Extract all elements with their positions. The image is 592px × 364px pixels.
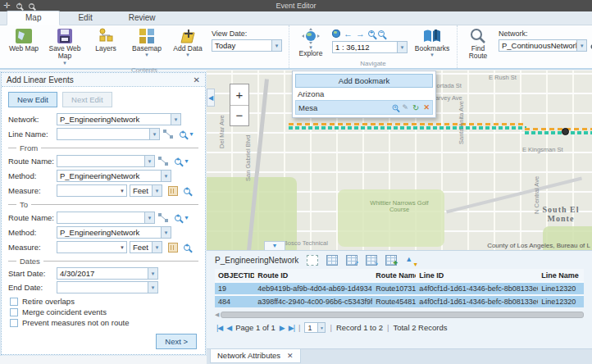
merge-coincident-checkbox[interactable] (10, 308, 18, 316)
zoom-to-selected-icon[interactable]: ↗ (346, 255, 357, 266)
map-zoom-in-button[interactable]: + (230, 84, 248, 106)
select-route-on-map-icon[interactable] (157, 212, 169, 223)
from-method-select[interactable]: P_EngineeringNetwork ▼ (57, 170, 171, 182)
last-page-icon[interactable]: ▶| (289, 324, 294, 332)
tab-review[interactable]: Review (111, 11, 174, 25)
start-date-select[interactable]: 4/30/2017 ▼ (57, 267, 158, 280)
bookmark-refresh-icon[interactable]: ↻ (412, 104, 419, 111)
view-date-select[interactable]: Today ▼ (212, 39, 282, 52)
chevron-down-icon: ▼ (397, 42, 407, 52)
new-edit-button[interactable]: New Edit (8, 92, 57, 107)
tab-network-attributes[interactable]: Network Attributes ✕ (210, 349, 301, 363)
network-field-label: Network: (8, 115, 54, 124)
close-icon[interactable]: ✕ (287, 352, 294, 360)
next-edit-button[interactable]: Next Edit (62, 92, 112, 107)
measure-on-map-icon[interactable] (168, 243, 178, 253)
related-records-icon[interactable]: ✚ (385, 255, 397, 266)
sort-icon[interactable]: ▲▼ (405, 255, 417, 266)
chevron-down-icon: ▼ (148, 268, 157, 279)
route-point-marker (562, 128, 569, 135)
column-header[interactable]: Route Name (372, 271, 416, 280)
tab-edit[interactable]: Edit (60, 11, 110, 25)
find-route-button[interactable]: Find Route (464, 28, 492, 61)
to-method-select[interactable]: P_EngineeringNetwork ▼ (57, 226, 171, 239)
chevron-down-icon[interactable]: ▼ (184, 216, 189, 221)
to-measure-input[interactable]: ▼ (57, 241, 127, 253)
measure-on-map-icon[interactable] (168, 186, 178, 196)
page-number-select[interactable]: 1 ▼ (304, 322, 326, 333)
prevent-measures-checkbox[interactable] (10, 319, 18, 327)
chevron-down-icon: ▼ (144, 52, 149, 57)
scrollbar-thumb[interactable] (221, 312, 584, 318)
to-route-name-select[interactable]: ▼ (57, 212, 155, 224)
close-icon[interactable]: ✕ (194, 75, 200, 84)
table-row[interactable]: 19 4eb9419b-af9b-4d04-ab69-1d4934768f2b … (215, 283, 584, 294)
group-label-navigate: Navigate (296, 59, 450, 68)
select-records-icon[interactable] (307, 255, 318, 266)
next-extent-icon[interactable]: → (356, 30, 365, 38)
zoom-out-tool-icon[interactable]: − (378, 30, 385, 37)
chevron-down-icon: ▼ (430, 52, 435, 57)
layers-button[interactable]: Layers (89, 28, 123, 52)
bookmark-item-mesa[interactable]: Mesa + ✎ ↻ ✕ (295, 100, 433, 115)
previous-page-icon[interactable]: ◀ (226, 324, 231, 332)
chevron-down-icon[interactable]: ▼ (189, 132, 194, 137)
bookmark-zoom-icon[interactable]: + (392, 105, 398, 111)
next-button[interactable]: Next > (156, 334, 197, 349)
previous-extent-icon[interactable]: ← (344, 30, 353, 38)
table-row[interactable]: 484 a398ff4c-2940-4c00-96b6-c5343f9f1711… (215, 296, 584, 307)
zoom-to-measure-icon[interactable]: + (184, 244, 190, 251)
select-route-on-map-icon[interactable] (157, 156, 169, 166)
basemap-button[interactable]: Basemap ▼ (130, 28, 164, 57)
end-date-select[interactable]: ▼ (57, 281, 158, 293)
from-measure-input[interactable]: ▼ (57, 184, 127, 197)
map-canvas[interactable]: E Cortada St E Garvey Ave E Rush St Sant… (207, 71, 592, 250)
app-title: Event Editor (0, 2, 592, 10)
chevron-down-icon[interactable]: ▼ (184, 159, 189, 164)
web-map-button[interactable]: Web Map (7, 28, 41, 52)
network-select[interactable]: P_ContinuousNetwork ▼ (499, 39, 587, 52)
save-web-map-button[interactable]: Save Web Map ▼ (48, 28, 82, 66)
bookmarks-icon (422, 28, 442, 44)
map-zoom-out-button[interactable]: − (230, 106, 248, 126)
column-header[interactable]: Line Name (538, 271, 584, 280)
zoom-in-tool-icon[interactable]: + (368, 30, 375, 37)
column-header[interactable]: Route ID (254, 271, 372, 280)
from-unit-select[interactable]: Feet ▼ (130, 184, 162, 197)
column-header[interactable]: OBJECTID (215, 271, 254, 280)
first-page-icon[interactable]: |◀ (216, 324, 222, 332)
zoom-to-measure-icon[interactable]: + (184, 188, 190, 194)
add-data-button[interactable]: Add Data ▼ (171, 28, 205, 57)
attribute-table-panel: P_EngineeringNetwork ↗ ↘ ✚ ▲▼ OBJECTID R… (207, 250, 592, 348)
collapse-table-arrow[interactable]: ▼ (264, 241, 285, 250)
to-unit-select[interactable]: Feet ▼ (130, 241, 162, 253)
collapse-panel-arrow[interactable]: ◀ (207, 89, 215, 107)
full-extent-icon[interactable] (332, 30, 340, 38)
network-label: Network: (499, 30, 592, 38)
bookmark-item-arizona[interactable]: Arizona (295, 88, 433, 100)
zoom-to-route-icon[interactable]: + (175, 158, 181, 165)
bookmark-edit-icon[interactable]: ✎ (403, 103, 409, 111)
bookmarks-button[interactable]: Bookmarks ▼ (414, 28, 450, 57)
bookmark-delete-icon[interactable]: ✕ (423, 103, 430, 111)
from-route-name-select[interactable]: ▼ (57, 155, 155, 167)
add-bookmark-button[interactable]: Add Bookmark (295, 74, 433, 88)
scroll-left-icon[interactable]: ◀ (215, 312, 219, 318)
map-zoom-control: + − (230, 84, 249, 126)
map-scale-select[interactable]: 1 : 36,112 ▼ (332, 41, 408, 53)
zoom-to-route-icon[interactable]: + (175, 215, 181, 221)
retire-overlaps-checkbox[interactable] (10, 298, 18, 306)
ribbon-tab-strip: Map Edit Review (0, 11, 592, 25)
table-horizontal-scrollbar[interactable]: ◀ (215, 311, 584, 318)
panel-network-select[interactable]: P_EngineeringNetwork ▼ (57, 113, 181, 125)
tab-map[interactable]: Map (7, 11, 60, 25)
line-name-select[interactable]: ▼ (57, 128, 160, 140)
next-page-icon[interactable]: ▶ (280, 324, 285, 332)
attribute-table-icon[interactable] (326, 255, 338, 266)
select-line-on-map-icon[interactable] (162, 129, 174, 139)
column-header[interactable]: Line ID (416, 271, 538, 280)
explore-button[interactable]: ▼ Explore (296, 28, 326, 57)
zoom-to-line-icon[interactable]: + (180, 131, 186, 138)
pan-to-selected-icon[interactable]: ↘ (366, 255, 377, 266)
route-highlight (525, 131, 592, 134)
